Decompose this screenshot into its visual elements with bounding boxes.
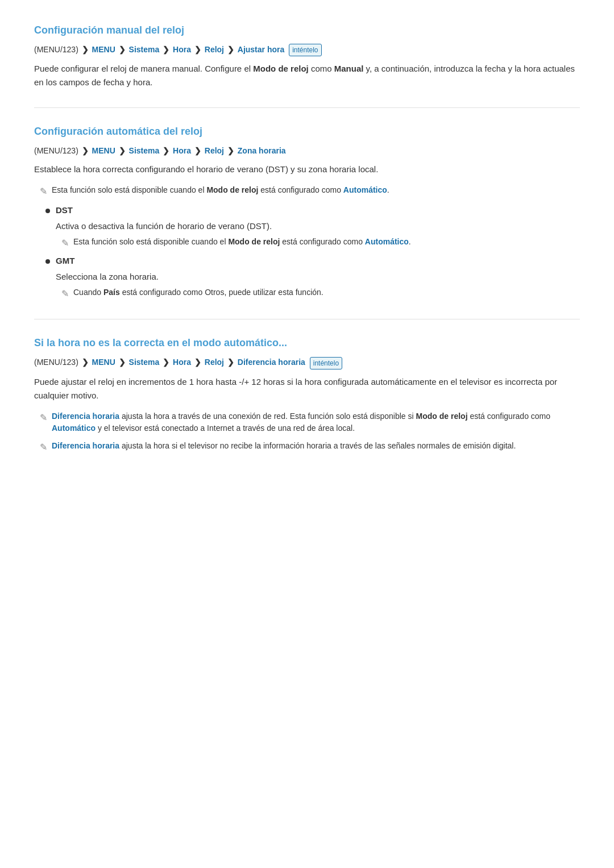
gmt-desc: Selecciona la zona horaria.	[56, 271, 580, 284]
pencil-icon: ✎	[40, 185, 47, 198]
breadcrumb-prefix: (MENU/123)	[34, 45, 78, 54]
section2-note1: ✎ Esta función solo está disponible cuan…	[40, 184, 580, 198]
bullet-dst-label: DST	[45, 204, 580, 217]
bullet-dot-icon	[45, 259, 50, 264]
divider-1	[34, 107, 580, 108]
chevron-icon: ❯	[82, 358, 91, 367]
breadcrumb-reloj: Reloj	[205, 358, 224, 367]
section3-note2: ✎ Diferencia horaria ajusta la hora si e…	[40, 440, 580, 454]
breadcrumb-menu: MENU	[92, 146, 115, 155]
section1-title: Configuración manual del reloj	[34, 23, 580, 38]
section2-note1-text: Esta función solo está disponible cuando…	[52, 184, 389, 196]
text-automatico: Automático	[52, 423, 96, 433]
chevron-icon: ❯	[119, 45, 128, 54]
chevron-icon: ❯	[227, 358, 237, 367]
chevron-icon: ❯	[163, 358, 172, 367]
breadcrumb-hora: Hora	[173, 45, 191, 54]
chevron-icon: ❯	[163, 146, 172, 155]
text-pais: País	[103, 288, 120, 297]
text-modo-reloj: Modo de reloj	[228, 237, 280, 246]
chevron-icon: ❯	[194, 146, 204, 155]
breadcrumb-diferencia-horaria: Diferencia horaria	[238, 358, 305, 367]
chevron-icon: ❯	[194, 358, 204, 367]
section-auto-clock: Configuración automática del reloj (MENU…	[34, 124, 580, 301]
bullet-dst-content: Activa o desactiva la función de horario…	[56, 220, 580, 251]
dst-text: DST	[56, 204, 73, 217]
text-diferencia-horaria-2: Diferencia horaria	[52, 441, 119, 450]
gmt-subnote: ✎ Cuando País está configurado como Otro…	[61, 286, 580, 301]
section-hora-incorrecta: Si la hora no es la correcta en el modo …	[34, 335, 580, 454]
breadcrumb-sistema: Sistema	[129, 45, 160, 54]
section2-title: Configuración automática del reloj	[34, 124, 580, 139]
section3-title: Si la hora no es la correcta en el modo …	[34, 335, 580, 351]
section3-breadcrumb: (MENU/123) ❯ MENU ❯ Sistema ❯ Hora ❯ Rel…	[34, 356, 580, 369]
section1-breadcrumb: (MENU/123) ❯ MENU ❯ Sistema ❯ Hora ❯ Rel…	[34, 44, 580, 56]
bullet-gmt-label: GMT	[45, 255, 580, 268]
text-modo-reloj: Modo de reloj	[253, 64, 309, 73]
badge-intentelo-2[interactable]: inténtelo	[310, 357, 342, 369]
pencil-icon: ✎	[61, 236, 69, 250]
divider-2	[34, 319, 580, 319]
chevron-icon: ❯	[194, 45, 204, 54]
breadcrumb-menu: MENU	[92, 45, 115, 54]
bullet-gmt-content: Selecciona la zona horaria. ✎ Cuando Paí…	[56, 271, 580, 301]
section-manual-clock: Configuración manual del reloj (MENU/123…	[34, 23, 580, 89]
pencil-icon: ✎	[61, 287, 69, 301]
text-modo-reloj: Modo de reloj	[416, 412, 468, 421]
breadcrumb-zona-horaria: Zona horaria	[238, 146, 286, 155]
pencil-icon: ✎	[40, 441, 47, 454]
pencil-icon: ✎	[40, 411, 47, 425]
dst-subnote-text: Esta función solo está disponible cuando…	[73, 236, 411, 248]
section1-body: Puede configurar el reloj de manera manu…	[34, 62, 580, 89]
bullet-dot-icon	[45, 209, 50, 213]
breadcrumb-reloj: Reloj	[205, 45, 224, 54]
section3-note1: ✎ Diferencia horaria ajusta la hora a tr…	[40, 410, 580, 434]
section2-body: Establece la hora correcta configurando …	[34, 163, 580, 176]
text-manual: Manual	[334, 64, 364, 73]
breadcrumb-sistema: Sistema	[129, 146, 160, 155]
chevron-icon: ❯	[163, 45, 172, 54]
breadcrumb-ajustar-hora: Ajustar hora	[238, 45, 284, 54]
bullet-gmt: GMT Selecciona la zona horaria. ✎ Cuando…	[45, 255, 580, 301]
chevron-icon: ❯	[82, 45, 91, 54]
breadcrumb-prefix: (MENU/123)	[34, 358, 78, 367]
chevron-icon: ❯	[227, 146, 237, 155]
bullet-dst: DST Activa o desactiva la función de hor…	[45, 204, 580, 250]
chevron-icon: ❯	[82, 146, 91, 155]
section2-breadcrumb: (MENU/123) ❯ MENU ❯ Sistema ❯ Hora ❯ Rel…	[34, 145, 580, 157]
chevron-icon: ❯	[227, 45, 237, 54]
breadcrumb-reloj: Reloj	[205, 146, 224, 155]
breadcrumb-prefix: (MENU/123)	[34, 146, 78, 155]
text-automatico: Automático	[343, 185, 387, 194]
badge-intentelo[interactable]: inténtelo	[289, 44, 321, 56]
dst-desc: Activa o desactiva la función de horario…	[56, 220, 580, 233]
breadcrumb-menu: MENU	[92, 358, 115, 367]
chevron-icon: ❯	[119, 358, 128, 367]
text-automatico: Automático	[365, 237, 409, 246]
dst-subnote: ✎ Esta función solo está disponible cuan…	[61, 236, 580, 250]
text-diferencia-horaria: Diferencia horaria	[52, 412, 119, 421]
section3-note1-text: Diferencia horaria ajusta la hora a trav…	[52, 410, 580, 434]
breadcrumb-sistema: Sistema	[129, 358, 160, 367]
section3-body: Puede ajustar el reloj en incrementos de…	[34, 375, 580, 402]
text-modo-reloj: Modo de reloj	[206, 185, 258, 194]
section3-note2-text: Diferencia horaria ajusta la hora si el …	[52, 440, 516, 452]
gmt-text: GMT	[56, 255, 74, 268]
chevron-icon: ❯	[119, 146, 128, 155]
gmt-subnote-text: Cuando País está configurado como Otros,…	[73, 286, 323, 298]
breadcrumb-hora: Hora	[173, 358, 191, 367]
breadcrumb-hora: Hora	[173, 146, 191, 155]
